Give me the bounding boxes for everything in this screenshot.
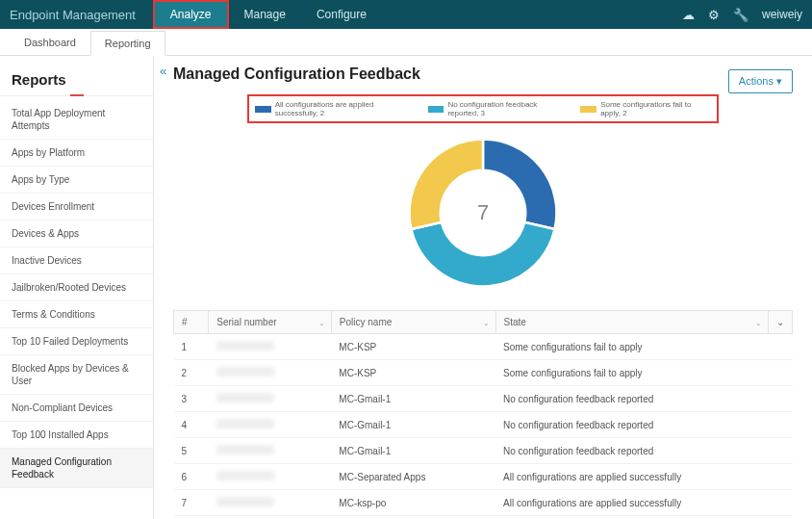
chart-legend: All configurations are applied successfu… bbox=[247, 94, 719, 123]
feedback-table: #Serial number⌄Policy name⌄State⌄⌄ 1MC-K… bbox=[173, 310, 793, 516]
table-row[interactable]: 7MC-ksp-poAll configurations are applied… bbox=[174, 490, 793, 516]
table-row[interactable]: 1MC-KSPSome configurations fail to apply bbox=[174, 334, 793, 360]
cell-serial-redacted bbox=[216, 471, 274, 480]
cell-index: 7 bbox=[174, 490, 209, 516]
top-nav: Analyze Manage Configure bbox=[153, 0, 382, 29]
collapse-sidebar-icon[interactable]: « bbox=[160, 64, 166, 78]
topbar-right: ☁ ⚙ 🔧 weiweiy bbox=[682, 8, 802, 22]
legend-label: Some configurations fail to apply, 2 bbox=[600, 100, 711, 117]
sidebar-item[interactable]: Apps by Type bbox=[0, 167, 153, 194]
donut-total: 7 bbox=[401, 131, 565, 295]
legend-swatch bbox=[428, 106, 444, 113]
sidebar-item[interactable]: Jailbroken/Rooted Devices bbox=[0, 274, 153, 301]
cell-serial-redacted bbox=[216, 445, 274, 454]
nav-configure[interactable]: Configure bbox=[301, 0, 382, 29]
sidebar-item[interactable]: Devices & Apps bbox=[0, 221, 153, 247]
cell-serial-redacted bbox=[216, 341, 274, 350]
sidebar-item[interactable]: Devices Enrollment bbox=[0, 194, 153, 221]
gear-icon[interactable]: ⚙ bbox=[708, 8, 720, 22]
sidebar-item[interactable]: Non-Compliant Devices bbox=[0, 395, 153, 422]
brand: Endpoint Management bbox=[10, 8, 136, 22]
cell-serial-redacted bbox=[216, 367, 274, 376]
legend-item[interactable]: All configurations are applied successfu… bbox=[255, 100, 415, 117]
table-row[interactable]: 4MC-Gmail-1No configuration feedback rep… bbox=[174, 412, 793, 438]
subtab-dashboard[interactable]: Dashboard bbox=[10, 30, 90, 55]
sidebar-title: Reports bbox=[0, 65, 153, 96]
chevron-down-icon: ▾ bbox=[776, 75, 782, 87]
cell-policy: MC-Gmail-1 bbox=[331, 412, 495, 438]
actions-button[interactable]: Actions ▾ bbox=[728, 69, 793, 93]
cell-state: No configuration feedback reported bbox=[495, 386, 792, 412]
cell-index: 5 bbox=[174, 438, 209, 464]
subtab-reporting[interactable]: Reporting bbox=[90, 31, 165, 56]
table-header[interactable]: Policy name⌄ bbox=[331, 311, 495, 334]
nav-analyze[interactable]: Analyze bbox=[153, 0, 229, 29]
table-header[interactable]: Serial number⌄ bbox=[209, 311, 332, 334]
sidebar-item[interactable]: Top 100 Installed Apps bbox=[0, 422, 153, 449]
cell-policy: MC-ksp-po bbox=[331, 490, 495, 516]
legend-swatch bbox=[255, 106, 271, 113]
sidebar-item[interactable]: Apps by Platform bbox=[0, 140, 153, 167]
table-header[interactable]: State⌄ bbox=[495, 311, 768, 334]
sidebar-item[interactable]: Blocked Apps by Devices & User bbox=[0, 355, 153, 395]
sidebar: Reports Total App Deployment AttemptsApp… bbox=[0, 56, 154, 519]
cloud-icon[interactable]: ☁ bbox=[682, 8, 695, 22]
cell-policy: MC-Gmail-1 bbox=[331, 438, 495, 464]
sidebar-item[interactable]: Inactive Devices bbox=[0, 247, 153, 274]
sidebar-item[interactable]: Total App Deployment Attempts bbox=[0, 100, 153, 140]
sidebar-item[interactable]: Managed Configuration Feedback bbox=[0, 449, 153, 488]
table-column-menu[interactable]: ⌄ bbox=[769, 311, 793, 334]
cell-policy: MC-KSP bbox=[331, 334, 495, 360]
cell-state: No configuration feedback reported bbox=[495, 438, 792, 464]
page-title: Managed Configuration Feedback bbox=[173, 65, 793, 83]
donut-chart: 7 bbox=[401, 131, 565, 295]
sort-caret-icon: ⌄ bbox=[483, 318, 490, 326]
cell-index: 4 bbox=[174, 412, 209, 438]
cell-state: Some configurations fail to apply bbox=[495, 360, 792, 386]
cell-policy: MC-KSP bbox=[331, 360, 495, 386]
cell-index: 1 bbox=[174, 334, 209, 360]
cell-serial-redacted bbox=[216, 419, 274, 428]
sidebar-item[interactable]: Top 10 Failed Deployments bbox=[0, 328, 153, 355]
table-row[interactable]: 3MC-Gmail-1No configuration feedback rep… bbox=[174, 386, 793, 412]
table-header[interactable]: # bbox=[174, 311, 209, 334]
table-row[interactable]: 6MC-Separated AppsAll configurations are… bbox=[174, 464, 793, 490]
username[interactable]: weiweiy bbox=[762, 8, 802, 21]
cell-state: All configurations are applied successfu… bbox=[495, 464, 792, 490]
cell-state: No configuration feedback reported bbox=[495, 412, 792, 438]
cell-index: 2 bbox=[174, 360, 209, 386]
sort-caret-icon: ⌄ bbox=[318, 318, 325, 326]
sort-caret-icon: ⌄ bbox=[755, 318, 762, 326]
legend-label: All configurations are applied successfu… bbox=[275, 100, 415, 117]
legend-item[interactable]: No configuration feedback reported, 3 bbox=[428, 100, 568, 117]
cell-serial-redacted bbox=[216, 497, 274, 506]
sidebar-item[interactable]: Terms & Conditions bbox=[0, 301, 153, 328]
legend-label: No configuration feedback reported, 3 bbox=[447, 100, 567, 117]
legend-item[interactable]: Some configurations fail to apply, 2 bbox=[580, 100, 711, 117]
cell-state: All configurations are applied successfu… bbox=[495, 490, 792, 516]
nav-manage[interactable]: Manage bbox=[229, 0, 301, 29]
content: « Managed Configuration Feedback Actions… bbox=[154, 56, 812, 519]
topbar: Endpoint Management Analyze Manage Confi… bbox=[0, 0, 812, 29]
table-row[interactable]: 2MC-KSPSome configurations fail to apply bbox=[174, 360, 793, 386]
wrench-icon[interactable]: 🔧 bbox=[733, 8, 749, 22]
cell-state: Some configurations fail to apply bbox=[495, 334, 792, 360]
table-row[interactable]: 5MC-Gmail-1No configuration feedback rep… bbox=[174, 438, 793, 464]
cell-policy: MC-Separated Apps bbox=[331, 464, 495, 490]
cell-index: 6 bbox=[174, 464, 209, 490]
cell-serial-redacted bbox=[216, 393, 274, 402]
cell-index: 3 bbox=[174, 386, 209, 412]
subtabs: Dashboard Reporting bbox=[0, 29, 812, 56]
legend-swatch bbox=[580, 106, 596, 113]
cell-policy: MC-Gmail-1 bbox=[331, 386, 495, 412]
